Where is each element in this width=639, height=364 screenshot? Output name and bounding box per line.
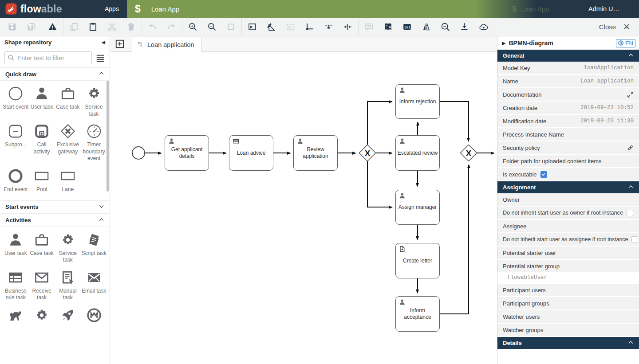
- section-activities[interactable]: Activities: [0, 214, 110, 227]
- copy-button[interactable]: [64, 18, 83, 36]
- section-assignment[interactable]: Assignment: [497, 181, 639, 193]
- flip-button[interactable]: [417, 18, 436, 36]
- validate-button[interactable]: [43, 18, 62, 36]
- shape-receive-task[interactable]: Receive task: [29, 270, 55, 301]
- shape-script-task[interactable]: Script task: [81, 232, 107, 264]
- property-row-potential-starter-group[interactable]: Potential starter group flowableUser: [497, 260, 639, 284]
- property-row-assignee[interactable]: Assignee: [497, 220, 639, 233]
- checkbox-checked[interactable]: [540, 171, 547, 178]
- shape-exclusive-gateway[interactable]: Exclusive gateway: [55, 124, 81, 162]
- shape-send-task[interactable]: [55, 308, 81, 323]
- task-review-application[interactable]: Review application: [293, 135, 338, 171]
- zoom-fit-button[interactable]: [243, 18, 262, 36]
- section-quick-draw[interactable]: Quick draw: [0, 67, 110, 81]
- align-horizontal-button[interactable]: [319, 18, 338, 36]
- zoom-in-button[interactable]: [183, 18, 202, 36]
- shape-end-event[interactable]: End event: [3, 168, 29, 193]
- shape-user-task[interactable]: User task: [29, 86, 55, 117]
- shape-camel-task[interactable]: [3, 308, 29, 323]
- property-row-creation-date[interactable]: Creation date 2019-09-23 10:52: [497, 102, 639, 115]
- paste-button[interactable]: [83, 18, 103, 36]
- shape-lane[interactable]: Lane: [55, 168, 81, 193]
- property-row-watcher-users[interactable]: Watcher users: [497, 310, 639, 324]
- property-row-security-policy[interactable]: Security policy: [497, 141, 639, 155]
- property-row-owner[interactable]: Owner: [497, 193, 639, 207]
- shape-subprocess[interactable]: Subpro...: [3, 124, 29, 162]
- translate-button[interactable]: [379, 18, 398, 36]
- task-create-letter[interactable]: Create letter: [395, 243, 440, 278]
- multi-select-button[interactable]: [281, 18, 300, 36]
- shape-service-task[interactable]: Service task: [81, 86, 107, 117]
- expand-icon[interactable]: [627, 91, 634, 98]
- close-icon[interactable]: ✕: [623, 22, 630, 32]
- zoom-search-button[interactable]: [436, 18, 455, 36]
- property-row-is-executable[interactable]: Is executable: [497, 168, 639, 181]
- undo-button[interactable]: [143, 18, 162, 36]
- delete-button[interactable]: [122, 18, 141, 36]
- shape-email-task[interactable]: Email task: [81, 270, 107, 301]
- task-inform-acceptance[interactable]: Inform acceptance: [395, 296, 440, 332]
- property-row-folder-path[interactable]: Folder path for uploaded content items: [497, 155, 639, 168]
- list-view-icon[interactable]: [95, 53, 106, 63]
- redo-button[interactable]: [162, 18, 181, 36]
- task-inform-rejection[interactable]: Inform rejection: [395, 84, 440, 119]
- caret-right-icon[interactable]: ▶: [502, 40, 505, 46]
- shape-manual-task[interactable]: Manual task: [55, 270, 81, 301]
- shape-user-task[interactable]: User task: [3, 232, 29, 264]
- exclusive-gateway-1[interactable]: X: [359, 144, 376, 162]
- property-row-modification-date[interactable]: Modification date 2019-09-23 11:39: [497, 115, 639, 128]
- add-tab-icon[interactable]: [115, 39, 125, 49]
- deploy-button[interactable]: [474, 18, 493, 36]
- property-row-participant-users[interactable]: Participant users: [497, 284, 639, 297]
- zoom-out-button[interactable]: [202, 18, 221, 36]
- align-vertical-button[interactable]: [338, 18, 357, 36]
- shape-case-task[interactable]: Case task: [29, 232, 55, 264]
- exclusive-gateway-2[interactable]: X: [460, 144, 477, 162]
- task-assign-manager[interactable]: Assign manager: [395, 190, 440, 225]
- property-row-no-inherit-owner[interactable]: Do not inherit start user as owner if ro…: [497, 207, 639, 220]
- shape-start-event[interactable]: Start event: [3, 86, 29, 117]
- shape-pool[interactable]: Pool: [29, 168, 55, 193]
- property-row-no-inherit-assignee[interactable]: Do not inherit start user as assignee if…: [497, 233, 639, 247]
- task-escalated-review[interactable]: Escalated review: [395, 135, 440, 171]
- checkbox-unchecked[interactable]: [627, 210, 633, 216]
- task-get-applicant-details[interactable]: Get applicant details: [165, 135, 209, 171]
- zoom-actual-button[interactable]: [221, 18, 241, 36]
- shape-call-activity[interactable]: Call activity: [29, 124, 55, 162]
- user-menu[interactable]: Admin U…: [588, 0, 619, 18]
- sidebar-collapse-icon[interactable]: ◀: [102, 39, 105, 45]
- link-icon[interactable]: [627, 145, 634, 151]
- checkbox-unchecked[interactable]: [631, 236, 638, 243]
- shape-filter-input[interactable]: [4, 51, 92, 64]
- property-row-watcher-groups[interactable]: Watcher groups: [497, 324, 639, 337]
- property-row-name[interactable]: Name Loan application: [497, 75, 639, 88]
- cut-button[interactable]: [103, 18, 122, 36]
- sidebar-scrollbar[interactable]: [106, 81, 109, 192]
- shape-business-rule-task[interactable]: Business rule task: [3, 270, 29, 301]
- comment-button[interactable]: [359, 18, 379, 36]
- shape-service-task[interactable]: Service task: [55, 232, 81, 264]
- nav-apps-button[interactable]: Apps: [97, 0, 127, 18]
- task-loan-advice[interactable]: Loan advice: [229, 135, 273, 171]
- start-event-node[interactable]: [132, 146, 145, 160]
- flowable-brand[interactable]: flowable: [0, 3, 97, 15]
- property-row-documentation[interactable]: Documentation: [497, 88, 639, 102]
- add-bendpoint-button[interactable]: [300, 18, 319, 36]
- shape-case-task[interactable]: Case task: [55, 86, 81, 117]
- expression-button[interactable]: [398, 18, 417, 36]
- property-row-process-instance-name[interactable]: Process Instance Name: [497, 128, 639, 141]
- shape-timer-boundary-event[interactable]: Timer boundary event: [81, 124, 107, 162]
- shape-shell-task[interactable]: [29, 308, 55, 323]
- save-button[interactable]: [3, 18, 22, 36]
- property-row-model-key[interactable]: Model Key loanApplication: [497, 62, 639, 75]
- section-general[interactable]: General: [497, 50, 639, 62]
- language-badge[interactable]: EN: [616, 39, 635, 47]
- property-row-potential-starter-user[interactable]: Potential starter user: [497, 247, 639, 260]
- bpmn-canvas[interactable]: Get applicant details Loan advice Review…: [110, 52, 497, 364]
- save-as-button[interactable]: [22, 18, 41, 36]
- shape-mule-task[interactable]: [81, 308, 107, 323]
- tab-loan-application[interactable]: Loan application: [132, 37, 202, 52]
- draw-shape-button[interactable]: [262, 18, 281, 36]
- download-button[interactable]: [455, 18, 474, 36]
- section-details[interactable]: Details: [497, 337, 639, 349]
